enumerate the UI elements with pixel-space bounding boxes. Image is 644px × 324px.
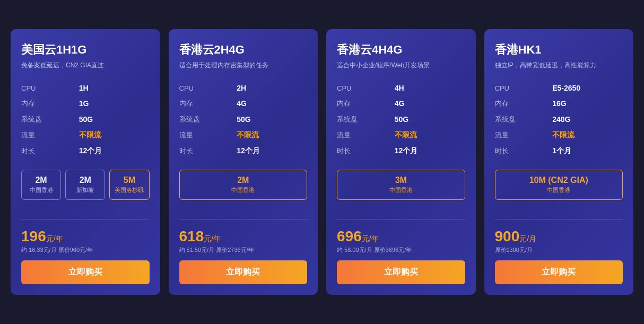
spec-row: 时长12个月 — [337, 143, 465, 159]
spec-value: 12个月 — [79, 143, 150, 159]
spec-label: 系统盘 — [179, 111, 237, 127]
spec-label: CPU — [337, 81, 395, 95]
spec-label: 时长 — [21, 143, 79, 159]
spec-value: E5-2650 — [552, 81, 623, 95]
spec-label: CPU — [179, 81, 237, 95]
bandwidth-section: 3M中国香港 — [337, 170, 465, 200]
bandwidth-option-1[interactable]: 2M中国香港 — [21, 170, 61, 200]
bandwidth-option-2[interactable]: 2M新加坡 — [65, 170, 105, 200]
spec-value: 12个月 — [237, 143, 307, 159]
spec-row: 内存4G — [179, 95, 308, 111]
buy-button[interactable]: 立即购买 — [179, 260, 308, 284]
price-unit: 元/年 — [46, 234, 63, 243]
price-sub: 约 51.50元/月 原价2736元/年 — [179, 246, 308, 254]
spec-row: CPU4H — [337, 81, 465, 95]
price-main: 696元/年 — [337, 228, 465, 245]
buy-button[interactable]: 立即购买 — [337, 260, 465, 284]
card-1: 美国云1H1G免备案低延迟，CN2 GIA直连CPU1H内存1G系统盘50G流量… — [11, 29, 160, 295]
bandwidth-speed: 2M — [69, 176, 101, 185]
spec-value: 不限流 — [395, 127, 465, 143]
spec-label: 系统盘 — [495, 111, 553, 127]
price-sub: 原价1300元/月 — [495, 246, 623, 254]
cards-container: 美国云1H1G免备案低延迟，CN2 GIA直连CPU1H内存1G系统盘50G流量… — [11, 29, 633, 295]
spec-label: 流量 — [495, 127, 553, 143]
bandwidth-section: 10M (CN2 GIA)中国香港 — [495, 170, 623, 200]
divider — [495, 219, 623, 220]
spec-row: 流量不限流 — [495, 127, 623, 143]
spec-label: 内存 — [337, 95, 395, 111]
spec-row: 时长12个月 — [21, 143, 150, 159]
price-main: 196元/年 — [21, 228, 150, 245]
card-title: 美国云1H1G — [21, 42, 150, 58]
card-2: 香港云2H4G适合用于处理内存密集型的任务CPU2H内存4G系统盘50G流量不限… — [169, 29, 318, 295]
price-section: 696元/年约 58.00元/月 原价3696元/年立即购买 — [337, 228, 465, 284]
spec-value: 1G — [79, 95, 150, 111]
spec-value: 16G — [552, 95, 623, 111]
bandwidth-speed: 3M — [341, 176, 462, 185]
spec-row: 系统盘50G — [179, 111, 308, 127]
price-section: 196元/年约 16.33元/月 原价960元/年立即购买 — [21, 228, 150, 284]
bandwidth-speed: 10M (CN2 GIA) — [499, 176, 620, 185]
card-subtitle: 适合用于处理内存密集型的任务 — [179, 61, 308, 70]
price-number: 900 — [495, 228, 520, 244]
bandwidth-speed: 2M — [183, 176, 304, 185]
spec-label: 时长 — [495, 143, 553, 159]
spec-value: 2H — [237, 81, 307, 95]
divider — [337, 219, 465, 220]
spec-row: 流量不限流 — [179, 127, 308, 143]
specs-table: CPUE5-2650内存16G系统盘240G流量不限流时长1个月 — [495, 81, 623, 159]
price-unit: 元/年 — [362, 234, 379, 243]
specs-table: CPU4H内存4G系统盘50G流量不限流时长12个月 — [337, 81, 465, 159]
spec-row: 系统盘50G — [21, 111, 150, 127]
spec-label: 内存 — [179, 95, 237, 111]
spec-label: 流量 — [21, 127, 79, 143]
bandwidth-section: 2M中国香港2M新加坡5M美国洛杉矶 — [21, 170, 150, 200]
spec-value: 50G — [237, 111, 307, 127]
card-subtitle: 适合中小企业/程序/Web开发场景 — [337, 61, 465, 70]
spec-label: 流量 — [179, 127, 237, 143]
card-4: 香港HK1独立IP，高带宽低延迟，高性能算力CPUE5-2650内存16G系统盘… — [484, 29, 634, 295]
spec-row: 流量不限流 — [337, 127, 465, 143]
buy-button[interactable]: 立即购买 — [495, 260, 623, 284]
bandwidth-speed: 2M — [25, 176, 57, 185]
card-subtitle: 独立IP，高带宽低延迟，高性能算力 — [495, 61, 623, 70]
spec-row: 流量不限流 — [21, 127, 150, 143]
spec-label: 内存 — [495, 95, 553, 111]
buy-button[interactable]: 立即购买 — [21, 260, 150, 284]
spec-value: 1H — [79, 81, 150, 95]
bandwidth-location: 中国香港 — [341, 186, 462, 194]
spec-row: 系统盘50G — [337, 111, 465, 127]
spec-value: 4H — [395, 81, 465, 95]
bandwidth-location: 中国香港 — [183, 186, 304, 194]
spec-row: 系统盘240G — [495, 111, 623, 127]
price-number: 618 — [179, 228, 204, 244]
spec-value: 不限流 — [237, 127, 307, 143]
spec-value: 50G — [79, 111, 150, 127]
bandwidth-location: 中国香港 — [25, 186, 57, 194]
spec-value: 12个月 — [395, 143, 465, 159]
bandwidth-location: 中国香港 — [499, 186, 620, 194]
price-section: 618元/年约 51.50元/月 原价2736元/年立即购买 — [179, 228, 308, 284]
spec-label: CPU — [495, 81, 553, 95]
spec-label: 内存 — [21, 95, 79, 111]
specs-table: CPU1H内存1G系统盘50G流量不限流时长12个月 — [21, 81, 150, 159]
spec-row: CPU1H — [21, 81, 150, 95]
price-sub: 约 58.00元/月 原价3696元/年 — [337, 246, 465, 254]
bandwidth-option-1[interactable]: 3M中国香港 — [337, 170, 465, 200]
spec-value: 50G — [395, 111, 465, 127]
card-title: 香港HK1 — [495, 42, 623, 58]
spec-label: CPU — [21, 81, 79, 95]
card-title: 香港云2H4G — [179, 42, 308, 58]
spec-row: 内存16G — [495, 95, 623, 111]
divider — [179, 219, 308, 220]
spec-row: 时长12个月 — [179, 143, 308, 159]
bandwidth-speed: 5M — [113, 176, 145, 185]
spec-row: 内存1G — [21, 95, 150, 111]
bandwidth-location: 美国洛杉矶 — [113, 186, 145, 194]
bandwidth-location: 新加坡 — [69, 186, 101, 194]
bandwidth-option-1[interactable]: 10M (CN2 GIA)中国香港 — [495, 170, 623, 200]
bandwidth-option-3[interactable]: 5M美国洛杉矶 — [109, 170, 149, 200]
bandwidth-option-1[interactable]: 2M中国香港 — [179, 170, 308, 200]
price-main: 900元/月 — [495, 228, 623, 245]
spec-value: 240G — [552, 111, 623, 127]
